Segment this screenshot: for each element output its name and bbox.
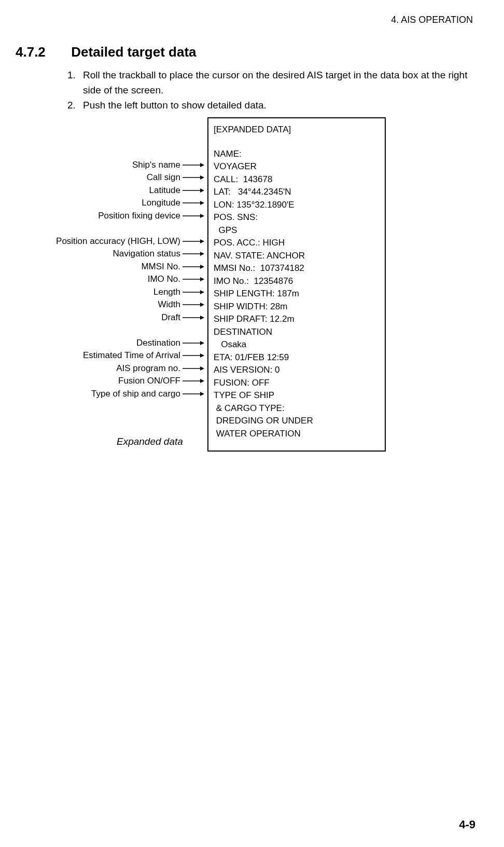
box-line: VOYAGER bbox=[214, 160, 380, 173]
annotation-label: Navigation status bbox=[113, 248, 180, 261]
svg-marker-25 bbox=[200, 341, 204, 345]
arrow-icon bbox=[183, 290, 204, 295]
svg-marker-33 bbox=[200, 392, 204, 396]
annotation-row: Latitude bbox=[0, 184, 207, 197]
annotation-label: Position fixing device bbox=[98, 210, 180, 223]
arrow-icon bbox=[183, 353, 204, 358]
box-line: SHIP WIDTH: 28m bbox=[214, 300, 380, 313]
svg-marker-29 bbox=[200, 366, 204, 371]
annotation-label: IMO No. bbox=[148, 273, 180, 286]
box-line: AIS VERSION: 0 bbox=[214, 364, 380, 377]
arrow-icon bbox=[183, 200, 204, 206]
annotation-label: Draft bbox=[161, 311, 180, 324]
arrow-icon bbox=[183, 391, 204, 397]
annotation-row: Position accuracy (HIGH, LOW) bbox=[0, 235, 207, 248]
box-line: CALL: 143678 bbox=[214, 173, 380, 186]
arrow-icon bbox=[183, 315, 204, 320]
svg-marker-27 bbox=[200, 353, 204, 358]
annotation-label: Length bbox=[153, 286, 180, 299]
annotation-label: Call sign bbox=[147, 171, 180, 184]
list-text: Roll the trackball to place the cursor o… bbox=[83, 67, 483, 98]
arrow-icon bbox=[183, 302, 204, 307]
arrow-icon bbox=[183, 251, 204, 256]
box-line: Osaka bbox=[214, 338, 380, 351]
svg-marker-3 bbox=[200, 175, 204, 180]
svg-marker-31 bbox=[200, 379, 204, 383]
list-text: Push the left button to show detailed da… bbox=[83, 98, 483, 113]
box-line: TYPE OF SHIP bbox=[214, 389, 380, 402]
svg-marker-17 bbox=[200, 277, 204, 281]
annotation-label: MMSI No. bbox=[141, 261, 180, 274]
box-line: & CARGO TYPE: bbox=[214, 402, 380, 415]
svg-marker-7 bbox=[200, 201, 204, 205]
annotation-label: Fusion ON/OFF bbox=[118, 375, 180, 388]
instruction-list: 1. Roll the trackball to place the curso… bbox=[67, 67, 483, 113]
annotation-label: Width bbox=[158, 298, 180, 311]
arrow-icon bbox=[183, 277, 204, 282]
section-title: Detailed target data bbox=[71, 44, 196, 60]
annotation-column: Ship's nameCall signLatitudeLongitudePos… bbox=[0, 146, 207, 400]
arrow-icon bbox=[183, 162, 204, 168]
annotation-row: Longitude bbox=[0, 197, 207, 210]
figure-caption: Expanded data bbox=[117, 436, 183, 447]
annotation-row: Position fixing device bbox=[0, 210, 207, 223]
box-line: LAT: 34°44.2345'N bbox=[214, 186, 380, 199]
annotation-label: Destination bbox=[136, 337, 180, 350]
annotation-row: Ship's name bbox=[0, 159, 207, 172]
box-line: MMSI No.: 107374182 bbox=[214, 262, 380, 275]
box-line: NAME: bbox=[214, 148, 380, 161]
arrow-icon bbox=[183, 188, 204, 193]
annotation-row: Fusion ON/OFF bbox=[0, 375, 207, 388]
annotation-row: AIS program no. bbox=[0, 362, 207, 375]
box-line: POS. SNS: bbox=[214, 211, 380, 224]
arrow-icon bbox=[183, 340, 204, 346]
annotation-row bbox=[0, 146, 207, 159]
svg-marker-21 bbox=[200, 303, 204, 307]
list-item: 1. Roll the trackball to place the curso… bbox=[67, 67, 483, 98]
box-line: LON: 135°32.1890'E bbox=[214, 199, 380, 212]
arrow-icon bbox=[183, 213, 204, 218]
annotation-row: Navigation status bbox=[0, 248, 207, 261]
svg-marker-13 bbox=[200, 252, 204, 256]
svg-marker-19 bbox=[200, 290, 204, 294]
svg-marker-15 bbox=[200, 265, 204, 269]
box-line: FUSION: OFF bbox=[214, 377, 380, 390]
section-heading: 4.7.2 Detailed target data bbox=[16, 44, 197, 60]
annotation-row: Width bbox=[0, 298, 207, 311]
box-line: DREDGING OR UNDER bbox=[214, 415, 380, 428]
arrow-icon bbox=[183, 239, 204, 244]
annotation-row: Call sign bbox=[0, 171, 207, 184]
box-line: ETA: 01/FEB 12:59 bbox=[214, 351, 380, 364]
box-title: [EXPANDED DATA] bbox=[214, 124, 380, 136]
annotation-row: IMO No. bbox=[0, 273, 207, 286]
box-line: SHIP LENGTH: 187m bbox=[214, 288, 380, 300]
box-line: NAV. STATE: ANCHOR bbox=[214, 250, 380, 263]
arrow-icon bbox=[183, 264, 204, 269]
arrow-icon bbox=[183, 366, 204, 371]
annotation-label: Ship's name bbox=[132, 159, 180, 172]
annotation-row bbox=[0, 324, 207, 337]
annotation-row: Type of ship and cargo bbox=[0, 388, 207, 401]
annotation-label: Latitude bbox=[149, 184, 181, 197]
svg-marker-11 bbox=[200, 239, 204, 243]
svg-marker-9 bbox=[200, 214, 204, 218]
box-line: WATER OPERATION bbox=[214, 428, 380, 441]
arrow-icon bbox=[183, 175, 204, 180]
annotation-row bbox=[0, 222, 207, 235]
svg-marker-23 bbox=[200, 316, 204, 320]
box-line: POS. ACC.: HIGH bbox=[214, 237, 380, 250]
annotation-label: Type of ship and cargo bbox=[91, 388, 180, 401]
annotation-label: Longitude bbox=[142, 197, 180, 210]
box-line: IMO No.: 12354876 bbox=[214, 275, 380, 288]
annotation-row: Estimated Time of Arrival bbox=[0, 349, 207, 362]
annotation-row: Draft bbox=[0, 311, 207, 324]
arrow-icon bbox=[183, 378, 204, 384]
annotation-row: Length bbox=[0, 286, 207, 299]
section-number: 4.7.2 bbox=[16, 44, 67, 60]
page-header: 4. AIS OPERATION bbox=[391, 15, 473, 25]
svg-marker-5 bbox=[200, 188, 204, 193]
annotation-label: Estimated Time of Arrival bbox=[83, 349, 180, 362]
box-line: SHIP DRAFT: 12.2m bbox=[214, 313, 380, 326]
svg-marker-1 bbox=[200, 163, 204, 167]
expanded-data-box: [EXPANDED DATA] NAME:VOYAGERCALL: 143678… bbox=[207, 117, 386, 452]
